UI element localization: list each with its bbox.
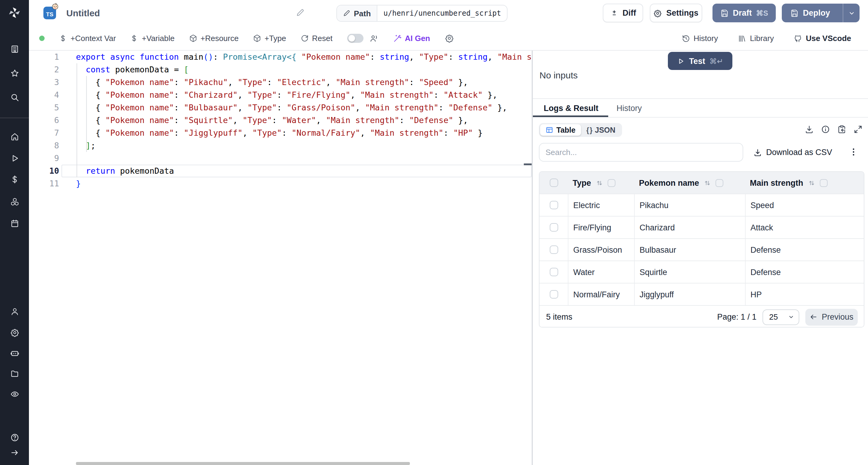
download-result-button[interactable]: [805, 125, 814, 134]
draft-button[interactable]: Draft ⌘S: [712, 4, 776, 22]
sidebar-item-favorites[interactable]: [7, 65, 22, 81]
collaboration-toggle[interactable]: [347, 34, 363, 43]
column-checkbox[interactable]: [715, 179, 723, 187]
reset-label: Reset: [312, 34, 333, 43]
sidebar-item-folders[interactable]: [7, 366, 22, 381]
viewport: TS Untitled Path u/henri/unencumbered_sc…: [0, 0, 868, 465]
download-csv-button[interactable]: Download as CSV: [753, 143, 832, 162]
add-variable-label: +Variable: [142, 34, 175, 43]
add-context-var-label: +Context Var: [70, 34, 116, 43]
save-icon: [720, 9, 728, 17]
history-label: History: [693, 34, 718, 43]
baby-emoji-icon: [51, 2, 59, 10]
row-checkbox[interactable]: [550, 290, 558, 298]
pencil-icon: [296, 8, 304, 17]
path-label-section: Path: [337, 5, 377, 21]
dollar-icon: [10, 175, 19, 184]
code-line: { "Pokemon name": "Jigglypuff", "Type": …: [76, 127, 532, 139]
result-content: Table { } JSON Download as CSV Typ: [533, 118, 868, 465]
tab-history[interactable]: History: [608, 99, 650, 117]
braces-icon: { }: [586, 126, 592, 134]
deploy-dropdown-button[interactable]: [843, 4, 860, 22]
reset-button[interactable]: Reset: [301, 34, 333, 43]
folder-icon: [10, 369, 19, 378]
table-row: ElectricPikachuSpeed: [539, 194, 864, 216]
view-json-button[interactable]: { } JSON: [581, 124, 621, 136]
settings-button[interactable]: Settings: [650, 4, 702, 22]
previous-page-button[interactable]: Previous: [805, 309, 858, 325]
code-line: ];: [76, 139, 532, 152]
path-label: Path: [354, 9, 371, 18]
select-all-checkbox[interactable]: [550, 178, 558, 187]
sidebar-item-home[interactable]: [7, 128, 22, 144]
column-checkbox[interactable]: [607, 179, 615, 187]
add-resource-button[interactable]: +Resource: [189, 34, 239, 43]
result-table: TypePokemon nameMain strength ElectricPi…: [539, 171, 864, 327]
sort-button[interactable]: [704, 179, 711, 187]
row-checkbox[interactable]: [550, 268, 558, 276]
row-checkbox[interactable]: [550, 245, 558, 254]
view-table-button[interactable]: Table: [540, 124, 581, 136]
editor-settings-button[interactable]: [444, 34, 454, 43]
row-checkbox[interactable]: [550, 201, 558, 209]
code-line: }: [76, 177, 532, 190]
sidebar-item-variables[interactable]: [7, 171, 22, 187]
sidebar-item-help[interactable]: [7, 429, 22, 445]
page-size-select[interactable]: 25: [763, 309, 799, 325]
sidebar-item-resources[interactable]: [7, 194, 22, 209]
sidebar-item-settings[interactable]: [7, 324, 22, 340]
test-button[interactable]: Test ⌘↵: [668, 52, 733, 70]
code-editor[interactable]: 1234567891011 export async function main…: [29, 51, 532, 465]
more-options-button[interactable]: [849, 145, 858, 158]
add-variable-button[interactable]: +Variable: [130, 34, 175, 43]
horizontal-scrollbar[interactable]: [76, 462, 410, 465]
result-tabs: Logs & Result History: [533, 98, 868, 118]
add-type-label: +Type: [265, 34, 286, 43]
sidebar-item-audit-logs[interactable]: [7, 386, 22, 402]
table-row: WaterSquirtleDefense: [539, 261, 864, 283]
sidebar-item-workers[interactable]: [7, 345, 22, 361]
windmill-logo-icon[interactable]: [8, 6, 21, 19]
edit-title-button[interactable]: [296, 8, 305, 18]
test-label: Test: [689, 56, 705, 65]
copy-to-clipboard-button[interactable]: [837, 125, 846, 134]
line-number: 4: [29, 89, 59, 101]
row-checkbox[interactable]: [550, 223, 558, 232]
ai-gen-button[interactable]: AI Gen: [393, 34, 430, 43]
sort-button[interactable]: [595, 179, 603, 187]
save-icon: [790, 9, 799, 17]
library-button[interactable]: Library: [738, 34, 774, 43]
table-cell: [539, 239, 568, 261]
sidebar-item-expand-sidebar[interactable]: [7, 444, 22, 460]
path-field[interactable]: Path u/henri/unencumbered_script: [336, 5, 508, 22]
sort-button[interactable]: [807, 179, 815, 187]
library-label: Library: [750, 34, 774, 43]
column-label: Main strength: [750, 178, 803, 187]
info-button[interactable]: [821, 125, 830, 134]
sidebar-item-schedules[interactable]: [7, 215, 22, 231]
line-number: 6: [29, 114, 59, 127]
search-input[interactable]: [539, 143, 743, 162]
table-cell: [539, 261, 568, 283]
column-label: Type: [572, 178, 591, 187]
sidebar-item-search[interactable]: [7, 89, 22, 105]
history-button[interactable]: History: [681, 34, 718, 43]
diff-button[interactable]: Diff: [603, 4, 643, 22]
table-header-cell: Pokemon name: [634, 178, 745, 187]
add-type-button[interactable]: +Type: [253, 34, 286, 43]
deploy-button[interactable]: Deploy: [782, 4, 838, 22]
table-cell: Water: [568, 261, 634, 283]
sidebar-item-workspace[interactable]: [7, 41, 22, 57]
sidebar-item-runs[interactable]: [7, 150, 22, 166]
dollar-icon: [59, 34, 67, 42]
expand-button[interactable]: [854, 125, 863, 134]
sidebar-item-users[interactable]: [7, 303, 22, 319]
add-context-var-button[interactable]: +Context Var: [59, 34, 116, 43]
column-checkbox[interactable]: [819, 179, 827, 187]
table-cell: Normal/Fairy: [568, 284, 634, 305]
table-cell: Defense: [745, 239, 864, 261]
chevron-down-icon: [788, 314, 795, 320]
table-cell: [539, 194, 568, 216]
tab-logs-result[interactable]: Logs & Result: [533, 99, 608, 117]
use-vscode-button[interactable]: Use VScode: [794, 34, 851, 43]
